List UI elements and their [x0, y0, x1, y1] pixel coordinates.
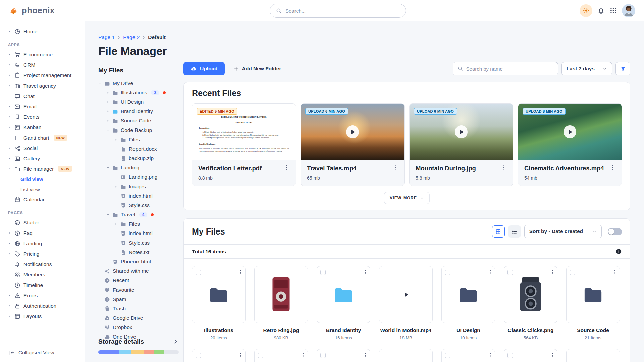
file-card-retro-ring[interactable]: Retro Ring.jpg 980 KB [254, 266, 308, 340]
checkbox[interactable] [570, 353, 575, 358]
list-view-button[interactable] [508, 225, 521, 238]
file-card-classic-clicks[interactable]: Classic Clicks.png 564 KB [504, 266, 557, 340]
kebab-menu-icon[interactable] [284, 165, 289, 170]
tree-item-backup-zip[interactable]: backup.zip [114, 154, 183, 163]
checkbox[interactable] [196, 353, 201, 358]
sidebar-item-calendar[interactable]: Calendar [4, 194, 82, 205]
grid-view-button[interactable] [492, 225, 505, 238]
file-card-source-code[interactable]: Source Code 21 Items [566, 266, 620, 340]
tree-item-index-html[interactable]: index.html [114, 191, 183, 201]
tree-item-files[interactable]: Files [114, 135, 183, 144]
play-icon[interactable] [455, 125, 468, 138]
kebab-menu-icon[interactable] [425, 269, 431, 275]
kebab-menu-icon[interactable] [363, 269, 368, 275]
tree-item-dropbox[interactable]: Dropbox [98, 323, 183, 332]
kebab-menu-icon[interactable] [550, 269, 555, 275]
recent-card-mountain-during[interactable]: UPLOAD 6 MIN AGO Mountain During.jpg 5.8… [409, 103, 513, 186]
tree-item-notes-txt[interactable]: Notes.txt [114, 248, 183, 257]
checkbox[interactable] [383, 353, 388, 358]
sidebar-item-project-management[interactable]: Project management [4, 70, 82, 81]
file-card[interactable] [379, 349, 433, 362]
sidebar-item-crm[interactable]: CRM [4, 60, 82, 70]
sidebar-item-authentication[interactable]: Authentication [4, 301, 82, 311]
collapsed-view-button[interactable]: Collapsed View [0, 343, 85, 362]
file-card[interactable] [504, 349, 557, 362]
tree-item-files[interactable]: Files [114, 219, 183, 229]
sidebar-item-social[interactable]: Social [4, 143, 82, 153]
tree-item-report-docx[interactable]: Report.docx [114, 144, 183, 154]
sidebar-item-faq[interactable]: Faq [4, 228, 82, 238]
add-new-folder-button[interactable]: Add New Folder [234, 66, 281, 72]
file-card[interactable] [254, 349, 308, 362]
tree-item-favourite[interactable]: Favourite [98, 285, 183, 295]
tree-item-source-code[interactable]: Source Code [106, 116, 183, 125]
checkbox[interactable] [258, 353, 263, 358]
sidebar-item-home[interactable]: Home [4, 26, 82, 37]
tree-item-brand-identity[interactable]: Brand Identity [106, 107, 183, 116]
search-by-name-input[interactable] [466, 66, 553, 72]
file-card[interactable] [317, 349, 370, 362]
kebab-menu-icon[interactable] [487, 352, 493, 358]
sidebar-item-members[interactable]: Members [4, 269, 82, 280]
kebab-menu-icon[interactable] [610, 165, 615, 170]
tree-item-illustrations[interactable]: Illustrations 3 [106, 88, 183, 97]
file-card[interactable] [441, 349, 495, 362]
kebab-menu-icon[interactable] [363, 352, 368, 358]
tree-item-landing[interactable]: Landing [106, 163, 183, 172]
breadcrumb-page1[interactable]: Page 1 [98, 34, 115, 40]
tree-item-ui-design[interactable]: UI Design [106, 97, 183, 107]
toggle-switch[interactable] [608, 228, 622, 235]
kebab-menu-icon[interactable] [238, 352, 244, 358]
sidebar-item-chat[interactable]: Chat [4, 91, 82, 101]
checkbox[interactable] [258, 270, 263, 275]
file-card[interactable] [192, 349, 246, 362]
sidebar-item-email[interactable]: Email [4, 101, 82, 112]
global-search[interactable] [270, 4, 406, 18]
tree-item-travel[interactable]: Travel 4 [106, 210, 183, 219]
kebab-menu-icon[interactable] [612, 352, 618, 358]
file-card-illustrations[interactable]: Illustrations 20 Items [192, 266, 246, 340]
checkbox[interactable] [445, 270, 450, 275]
sidebar-item-travel-agency[interactable]: Travel agency [4, 81, 82, 91]
apps-menu-button[interactable] [610, 7, 617, 14]
checkbox[interactable] [383, 270, 388, 275]
sidebar-item-pricing[interactable]: Pricing [4, 249, 82, 259]
kebab-menu-icon[interactable] [612, 269, 618, 275]
tree-item-style-css[interactable]: Style.css [114, 201, 183, 210]
brand[interactable]: phoenix [9, 6, 85, 16]
sidebar-item-starter[interactable]: Starter [4, 217, 82, 228]
tree-item-style-css[interactable]: Style.css [114, 238, 183, 248]
tree-item-images[interactable]: Images [114, 182, 183, 191]
info-icon[interactable] [615, 248, 622, 255]
chevron-right-icon[interactable] [173, 339, 179, 345]
sidebar-item-layouts[interactable]: Layouts [4, 311, 82, 321]
recent-card-cinematic-adventures[interactable]: UPLOAD 8 MIN AGO Cinematic Adventures.mp… [518, 103, 622, 186]
global-search-input[interactable] [285, 8, 399, 14]
file-card-ui-design[interactable]: UI Design 10 Items [441, 266, 495, 340]
kebab-menu-icon[interactable] [300, 269, 306, 275]
tree-item-recent[interactable]: Recent [98, 276, 183, 285]
tree-item-phoenix-html[interactable]: Phoenix.html [106, 257, 183, 266]
tree-item-google-drive[interactable]: Google Drive [98, 313, 183, 323]
view-more-button[interactable]: VIEW MORE [384, 192, 430, 204]
sidebar-item-timeline[interactable]: Timeline [4, 280, 82, 290]
play-icon[interactable] [399, 288, 412, 301]
checkbox[interactable] [320, 353, 326, 358]
kebab-menu-icon[interactable] [501, 165, 507, 170]
sidebar-item-gallery[interactable]: Gallery [4, 153, 82, 164]
tree-item-spam[interactable]: Spam [98, 295, 183, 304]
sidebar-item-ecommerce[interactable]: E commerce [4, 49, 82, 60]
sidebar-item-notifications[interactable]: Notifications [4, 259, 82, 269]
checkbox[interactable] [507, 270, 513, 275]
kebab-menu-icon[interactable] [392, 165, 398, 170]
kebab-menu-icon[interactable] [550, 352, 555, 358]
recent-card-travel-tales[interactable]: UPLOAD 6 MIN AGO Travel Tales.mp4 65 mb [301, 103, 405, 186]
sidebar-subitem-list-view[interactable]: List view [4, 184, 82, 194]
checkbox[interactable] [196, 270, 201, 275]
checkbox[interactable] [445, 353, 450, 358]
play-icon[interactable] [564, 125, 576, 138]
avatar[interactable] [622, 4, 635, 17]
sidebar-item-landing[interactable]: Landing [4, 238, 82, 249]
recent-card-verification-letter[interactable]: EMPLOYMENT VERIFICATION LETTER INSTRUCTI… [192, 103, 296, 186]
tree-item-trash[interactable]: Trash [98, 304, 183, 313]
